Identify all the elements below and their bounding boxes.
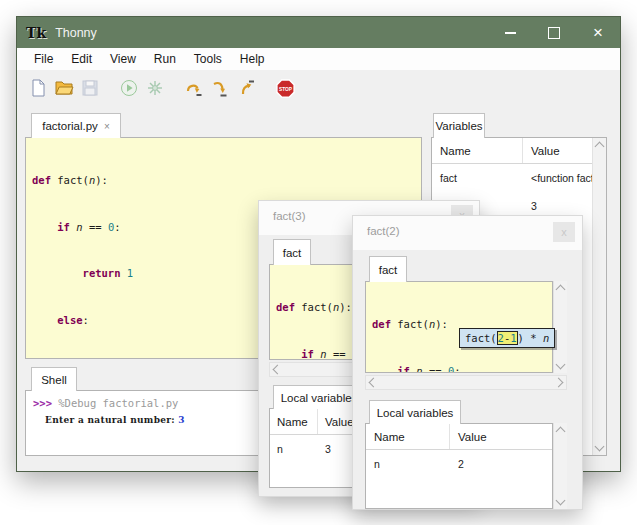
fact2-locals-table: Name Value n 2 (365, 423, 553, 509)
fact3-locals-label: Local variables (281, 392, 358, 404)
titlebar[interactable]: Tk Thonny × (17, 17, 620, 48)
stop-button[interactable]: STOP (274, 76, 299, 101)
fact3-tab-fact[interactable]: fact (273, 239, 311, 265)
fact2-tab-label: fact (379, 264, 398, 276)
fact2-title: fact(2) (367, 225, 400, 237)
scroll-right-icon[interactable] (554, 378, 564, 388)
column-value[interactable]: Value (449, 424, 552, 449)
scroll-up-icon[interactable] (595, 142, 605, 152)
new-file-icon (28, 78, 48, 98)
desktop: { "window": { "title": "Thonny", "icon_t… (0, 0, 637, 525)
table-row[interactable]: fact <function fact a (432, 164, 606, 192)
fact3-tab-label: fact (283, 247, 302, 259)
frame-window-fact2: fact(2) x fact def fact(n): if n == 0: r… (352, 215, 583, 510)
minimize-button[interactable] (488, 17, 532, 48)
menu-run[interactable]: Run (145, 52, 185, 66)
run-script-button[interactable] (118, 76, 143, 101)
tab-variables[interactable]: Variables (433, 113, 485, 138)
column-name[interactable]: Name (432, 145, 522, 157)
shell-tab-label: Shell (41, 374, 67, 386)
variables-scrollbar[interactable] (592, 138, 606, 455)
step-over-icon (184, 78, 204, 98)
scroll-up-icon[interactable] (556, 427, 566, 437)
scroll-left-icon[interactable] (369, 378, 379, 388)
evaluated-expression-tooltip: fact(2-1) * n (459, 328, 555, 348)
fact2-tab-fact[interactable]: fact (369, 256, 407, 282)
fact2-code-view[interactable]: def fact(n): if n == 0: return 1 else: r… (365, 281, 553, 373)
fact2-hscrollbar[interactable] (365, 375, 567, 390)
step-into-icon (210, 78, 230, 98)
minimize-icon (505, 32, 516, 34)
scroll-left-icon[interactable] (273, 365, 283, 375)
save-file-button[interactable] (79, 76, 104, 101)
stop-icon: STOP (275, 78, 296, 99)
svg-text:STOP: STOP (279, 86, 293, 91)
debug-icon (145, 78, 165, 98)
tab-shell[interactable]: Shell (31, 367, 77, 391)
code-line: def fact(n): (32, 173, 421, 189)
menubar: File Edit View Run Tools Help (17, 48, 620, 70)
menu-file[interactable]: File (25, 52, 62, 66)
fact2-code-vscrollbar[interactable] (553, 281, 567, 373)
column-name[interactable]: Name (366, 431, 449, 443)
menu-edit[interactable]: Edit (62, 52, 101, 66)
variables-tab-label: Variables (435, 120, 482, 132)
fact2-locals-tab[interactable]: Local variables (369, 400, 461, 424)
step-over-button[interactable] (183, 76, 208, 101)
scroll-up-icon[interactable] (556, 285, 566, 295)
menu-tools[interactable]: Tools (185, 52, 231, 66)
editor-tab-label: factorial.py (42, 120, 98, 132)
table-row[interactable]: n 2 (366, 450, 552, 478)
run-icon (119, 78, 139, 98)
new-file-button[interactable] (27, 76, 52, 101)
window-title: Thonny (55, 26, 97, 40)
fact2-close-button[interactable]: x (553, 222, 575, 242)
step-out-button[interactable] (235, 76, 260, 101)
column-name[interactable]: Name (270, 416, 317, 428)
scroll-down-icon[interactable] (556, 496, 566, 506)
tab-close-icon[interactable]: × (104, 121, 110, 132)
fact2-locals-label: Local variables (377, 407, 454, 419)
close-icon: × (593, 24, 603, 41)
debug-script-button[interactable] (144, 76, 169, 101)
step-into-button[interactable] (209, 76, 234, 101)
step-out-icon (236, 78, 256, 98)
close-button[interactable]: × (576, 17, 620, 48)
save-file-icon (80, 78, 100, 98)
scroll-down-icon[interactable] (595, 442, 605, 452)
window-controls: × (488, 17, 620, 48)
fact3-title: fact(3) (273, 210, 306, 222)
maximize-button[interactable] (532, 17, 576, 48)
maximize-icon (548, 27, 560, 39)
toolbar: STOP (17, 70, 620, 106)
tab-factorial-py[interactable]: factorial.py × (31, 113, 121, 138)
variables-header[interactable]: Name Value (432, 138, 606, 164)
menu-view[interactable]: View (101, 52, 145, 66)
fact2-locals-vscrollbar[interactable] (553, 423, 567, 509)
scroll-down-icon[interactable] (556, 360, 566, 370)
thonny-app-icon: Tk (26, 26, 46, 40)
open-file-icon (54, 78, 74, 98)
menu-help[interactable]: Help (231, 52, 274, 66)
open-file-button[interactable] (53, 76, 78, 101)
fact2-locals-header[interactable]: Name Value (366, 424, 552, 450)
